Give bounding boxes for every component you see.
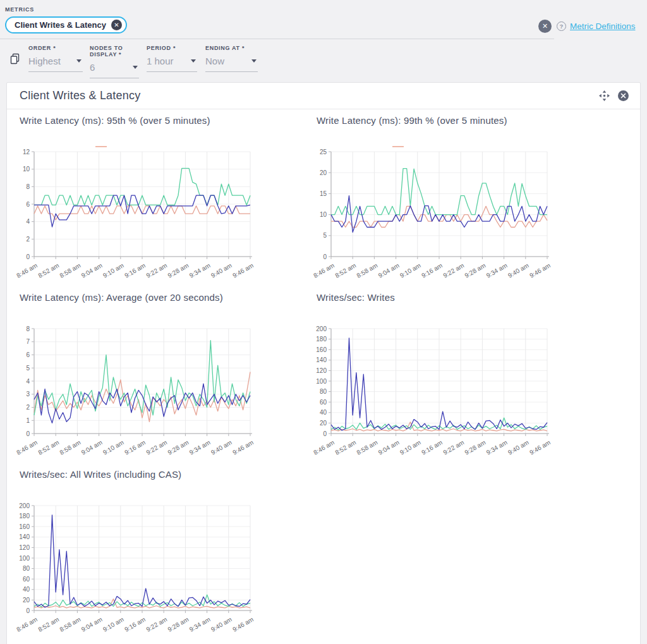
svg-text:0: 0 <box>323 253 327 260</box>
order-label: ORDER * <box>28 45 83 51</box>
svg-text:9:16 am: 9:16 am <box>123 439 147 456</box>
svg-text:160: 160 <box>19 523 30 530</box>
svg-text:140: 140 <box>316 356 327 363</box>
metrics-field-label: METRICS <box>5 6 34 13</box>
card-title: Client Writes & Latency <box>20 89 599 102</box>
svg-text:9:46 am: 9:46 am <box>528 439 552 456</box>
svg-text:4: 4 <box>26 218 30 225</box>
chart-write-latency-99th: Write Latency (ms): 99th % (over 5 minut… <box>310 115 602 285</box>
svg-text:9:46 am: 9:46 am <box>231 439 255 456</box>
chevron-down-icon <box>191 59 196 63</box>
svg-text:9:34 am: 9:34 am <box>188 616 212 633</box>
chart-title: Writes/sec: Writes <box>317 292 602 303</box>
svg-text:8:58 am: 8:58 am <box>356 439 379 456</box>
metric-chip[interactable]: Client Writes & Latency ✕ <box>5 16 127 33</box>
metric-definitions-link[interactable]: Metric Definitions <box>570 21 636 31</box>
svg-text:0: 0 <box>26 253 30 260</box>
svg-text:9:16 am: 9:16 am <box>420 262 444 279</box>
svg-text:60: 60 <box>320 399 327 406</box>
svg-text:9:40 am: 9:40 am <box>210 439 233 456</box>
chart-title: Write Latency (ms): 95th % (over 5 minut… <box>20 115 305 126</box>
help-icon[interactable]: ? <box>557 21 566 31</box>
svg-text:100: 100 <box>316 378 327 385</box>
svg-text:9:28 am: 9:28 am <box>167 262 190 279</box>
svg-text:9:40 am: 9:40 am <box>507 439 530 456</box>
nodes-to-display-select[interactable]: NODES TO DISPLAY * 6 <box>90 45 139 78</box>
line-chart-write-latency-99th[interactable]: 05101520258:46 am8:52 am8:58 am9:04 am9:… <box>310 141 602 283</box>
ending-at-select[interactable]: ENDING AT * Now <box>205 45 258 72</box>
svg-text:60: 60 <box>23 576 30 583</box>
svg-text:180: 180 <box>19 513 30 519</box>
svg-text:9:34 am: 9:34 am <box>188 439 212 456</box>
svg-text:8:58 am: 8:58 am <box>356 262 379 279</box>
chart-title: Write Latency (ms): 99th % (over 5 minut… <box>317 115 602 126</box>
svg-text:0: 0 <box>26 607 30 614</box>
metric-chip-label: Client Writes & Latency <box>15 20 106 30</box>
svg-text:25: 25 <box>320 149 327 155</box>
period-value: 1 hour <box>147 56 174 66</box>
svg-text:9:22 am: 9:22 am <box>145 439 168 456</box>
svg-text:2: 2 <box>26 404 30 411</box>
svg-text:9:28 am: 9:28 am <box>167 439 190 456</box>
svg-text:200: 200 <box>19 502 30 509</box>
svg-text:8:52 am: 8:52 am <box>334 439 357 456</box>
chevron-down-icon <box>133 66 138 69</box>
chevron-down-icon <box>76 59 82 63</box>
svg-text:9:04 am: 9:04 am <box>80 439 104 456</box>
line-chart-writes-per-sec[interactable]: 0204060801001201401601802008:46 am8:52 a… <box>310 318 602 459</box>
chart-title: Write Latency (ms): Average (over 20 sec… <box>20 292 305 303</box>
svg-text:9:04 am: 9:04 am <box>377 439 401 456</box>
line-chart-write-latency-95th[interactable]: 0246810128:46 am8:52 am8:58 am9:04 am9:1… <box>13 141 305 283</box>
svg-text:15: 15 <box>320 190 327 197</box>
svg-text:8:46 am: 8:46 am <box>15 439 39 456</box>
svg-text:8:58 am: 8:58 am <box>59 616 82 633</box>
svg-text:80: 80 <box>23 565 30 572</box>
svg-text:9:22 am: 9:22 am <box>145 616 168 633</box>
clear-metrics-icon[interactable]: ✕ <box>538 20 552 33</box>
svg-text:40: 40 <box>23 586 30 593</box>
period-select[interactable]: PERIOD * 1 hour <box>147 45 197 72</box>
svg-text:6: 6 <box>26 351 30 358</box>
svg-text:20: 20 <box>320 420 327 427</box>
svg-text:8:46 am: 8:46 am <box>15 262 39 279</box>
svg-text:160: 160 <box>316 346 327 353</box>
line-chart-all-writes-cas[interactable]: 0204060801001201401601802008:46 am8:52 a… <box>13 495 305 636</box>
svg-text:9:10 am: 9:10 am <box>399 262 422 279</box>
svg-text:9:34 am: 9:34 am <box>485 262 509 279</box>
move-icon[interactable] <box>599 90 610 101</box>
svg-text:9:40 am: 9:40 am <box>507 262 530 279</box>
copy-icon[interactable] <box>10 53 20 67</box>
svg-text:5: 5 <box>26 365 30 372</box>
svg-text:0: 0 <box>323 430 327 437</box>
svg-text:20: 20 <box>23 597 30 604</box>
svg-text:120: 120 <box>316 367 327 374</box>
svg-text:5: 5 <box>323 232 327 239</box>
svg-text:10: 10 <box>23 166 30 173</box>
svg-text:9:28 am: 9:28 am <box>464 439 487 456</box>
svg-text:8: 8 <box>26 325 30 332</box>
svg-text:40: 40 <box>320 409 327 416</box>
nodes-to-display-label: NODES TO DISPLAY * <box>90 45 139 58</box>
svg-text:9:22 am: 9:22 am <box>145 262 168 279</box>
metric-card-header: Client Writes & Latency <box>7 83 640 109</box>
chevron-down-icon <box>251 59 257 63</box>
chart-title: Writes/sec: All Writes (including CAS) <box>20 469 305 480</box>
svg-text:9:46 am: 9:46 am <box>528 262 552 279</box>
chip-remove-icon[interactable]: ✕ <box>111 20 122 30</box>
ending-at-value: Now <box>205 56 224 66</box>
order-select[interactable]: ORDER * Highest <box>28 45 83 72</box>
svg-text:12: 12 <box>23 149 30 155</box>
metric-card: Client Writes & Latency Write Latency (m… <box>6 82 641 644</box>
close-icon[interactable] <box>618 90 629 101</box>
charts-grid: Write Latency (ms): 95th % (over 5 minut… <box>7 109 640 644</box>
svg-text:9:40 am: 9:40 am <box>210 262 233 279</box>
svg-text:9:22 am: 9:22 am <box>442 262 465 279</box>
svg-text:1: 1 <box>26 417 30 424</box>
svg-text:9:46 am: 9:46 am <box>231 262 255 279</box>
svg-text:0: 0 <box>26 430 30 437</box>
line-chart-write-latency-average[interactable]: 0123456788:46 am8:52 am8:58 am9:04 am9:1… <box>13 318 305 459</box>
svg-text:2: 2 <box>26 236 30 243</box>
metrics-field-underline <box>0 39 554 39</box>
svg-text:9:16 am: 9:16 am <box>123 262 147 279</box>
svg-text:80: 80 <box>320 388 327 395</box>
